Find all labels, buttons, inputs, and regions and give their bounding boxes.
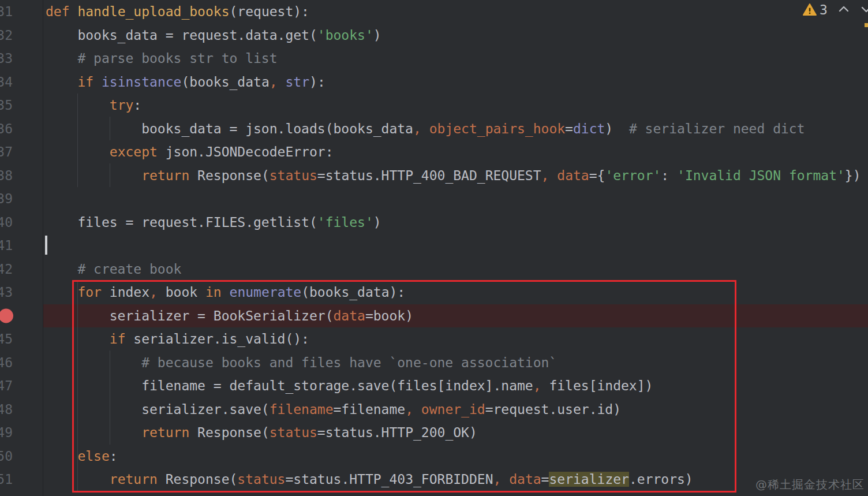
code-line[interactable]: 51 return Response(status=status.HTTP_40…	[0, 468, 868, 491]
code-line[interactable]: serializer = BookSerializer(data=book)	[0, 304, 868, 328]
code-text[interactable]: serializer = BookSerializer(data=book)	[43, 304, 868, 328]
code-token: str	[285, 74, 309, 89]
line-number[interactable]: 47	[0, 374, 13, 398]
code-token: (books_data	[181, 74, 269, 89]
chevron-down-icon[interactable]	[859, 2, 868, 17]
code-text[interactable]: try:	[43, 94, 868, 117]
gutter[interactable]: 31	[0, 0, 43, 24]
code-token	[549, 168, 557, 183]
line-number[interactable]: 32	[0, 24, 13, 47]
line-number[interactable]: 37	[0, 140, 13, 164]
gutter[interactable]: 34	[0, 70, 43, 94]
line-number[interactable]: 49	[0, 421, 13, 445]
code-line[interactable]: 45 if serializer.is_valid():	[0, 327, 868, 351]
line-number[interactable]: 50	[0, 445, 13, 468]
line-number[interactable]: 43	[0, 281, 13, 304]
gutter[interactable]: 37	[0, 140, 43, 164]
line-number[interactable]: 36	[0, 117, 13, 141]
code-text[interactable]: except json.JSONDecodeError:	[43, 140, 868, 164]
scrollbar-warning-mark[interactable]	[865, 23, 868, 27]
gutter[interactable]: 43	[0, 281, 43, 304]
code-text[interactable]: def handle_upload_books(request):	[43, 0, 868, 24]
gutter[interactable]: 35	[0, 94, 43, 117]
code-line[interactable]: 42 # create book	[0, 258, 868, 281]
gutter[interactable]: 41	[0, 234, 43, 258]
code-text[interactable]: return Response(status=status.HTTP_400_B…	[43, 164, 868, 188]
line-number[interactable]: 35	[0, 94, 13, 117]
code-line[interactable]: 36 books_data = json.loads(books_data, o…	[0, 117, 868, 141]
code-line[interactable]: 38 return Response(status=status.HTTP_40…	[0, 164, 868, 188]
gutter[interactable]: 40	[0, 211, 43, 234]
code-token	[46, 285, 77, 300]
code-line[interactable]: 47 filename = default_storage.save(files…	[0, 374, 868, 398]
gutter[interactable]: 32	[0, 24, 43, 47]
line-number[interactable]: 38	[0, 164, 13, 188]
code-text[interactable]	[43, 187, 868, 211]
line-number[interactable]: 41	[0, 234, 13, 258]
line-number[interactable]: 46	[0, 351, 13, 375]
inspections-widget[interactable]: 3	[802, 1, 828, 18]
indent-guide	[77, 94, 78, 187]
breakpoint-dot[interactable]	[0, 308, 13, 323]
code-token: # create book	[46, 262, 181, 277]
gutter[interactable]: 47	[0, 374, 43, 398]
code-text[interactable]: return Response(status=status.HTTP_403_F…	[43, 468, 868, 491]
code-line[interactable]: 37 except json.JSONDecodeError:	[0, 140, 868, 164]
gutter[interactable]: 38	[0, 164, 43, 188]
code-line[interactable]: 35 try:	[0, 94, 868, 117]
code-text[interactable]: files = request.FILES.getlist('files')	[43, 211, 868, 234]
code-line[interactable]: 39	[0, 187, 868, 211]
code-line[interactable]: 41	[0, 234, 868, 258]
code-line[interactable]: 31def handle_upload_books(request):	[0, 0, 868, 24]
code-line[interactable]: 46 # because books and files have `one-o…	[0, 351, 868, 375]
code-line[interactable]: 32 books_data = request.data.get('books'…	[0, 24, 868, 47]
chevron-up-icon[interactable]	[836, 2, 851, 17]
code-text[interactable]	[43, 234, 868, 258]
code-text[interactable]: books_data = json.loads(books_data, obje…	[43, 117, 868, 141]
code-text[interactable]: else:	[43, 445, 868, 468]
code-text[interactable]: filename = default_storage.save(files[in…	[43, 374, 868, 398]
line-number[interactable]: 48	[0, 398, 13, 422]
line-number[interactable]: 42	[0, 258, 13, 281]
code-token: status	[270, 425, 317, 440]
code-text[interactable]: books_data = request.data.get('books')	[43, 24, 868, 47]
gutter[interactable]	[0, 304, 43, 328]
code-text[interactable]: serializer.save(filename=filename, owner…	[43, 398, 868, 422]
line-number[interactable]: 45	[0, 327, 13, 351]
gutter[interactable]: 36	[0, 117, 43, 141]
code-token: ,	[149, 285, 158, 300]
gutter[interactable]: 46	[0, 351, 43, 375]
code-text[interactable]: # parse books str to list	[43, 47, 868, 70]
code-line[interactable]: 50 else:	[0, 445, 868, 468]
gutter[interactable]: 49	[0, 421, 43, 445]
code-line[interactable]: 34 if isinstance(books_data, str):	[0, 70, 868, 94]
code-text[interactable]: if serializer.is_valid():	[43, 327, 868, 351]
code-text[interactable]: for index, book in enumerate(books_data)…	[43, 281, 868, 304]
line-number[interactable]: 40	[0, 211, 13, 234]
gutter[interactable]: 50	[0, 445, 43, 468]
line-number[interactable]: 39	[0, 187, 13, 211]
gutter[interactable]: 39	[0, 187, 43, 211]
gutter[interactable]: 45	[0, 327, 43, 351]
code-text[interactable]: if isinstance(books_data, str):	[43, 70, 868, 94]
gutter[interactable]: 48	[0, 398, 43, 422]
code-text[interactable]: return Response(status=status.HTTP_200_O…	[43, 421, 868, 445]
code-line[interactable]: 43 for index, book in enumerate(books_da…	[0, 281, 868, 304]
code-line[interactable]: 33 # parse books str to list	[0, 47, 868, 70]
code-token: handle_upload_books	[77, 4, 229, 19]
line-number[interactable]: 31	[0, 0, 13, 24]
line-number[interactable]: 33	[0, 47, 13, 70]
code-line[interactable]: 40 files = request.FILES.getlist('files'…	[0, 211, 868, 234]
code-text[interactable]: # because books and files have `one-one …	[43, 351, 868, 375]
code-text[interactable]: # create book	[43, 258, 868, 281]
line-number[interactable]: 34	[0, 70, 13, 94]
gutter[interactable]: 33	[0, 47, 43, 70]
code-token	[46, 74, 77, 89]
gutter[interactable]: 51	[0, 468, 43, 491]
code-line[interactable]: 49 return Response(status=status.HTTP_20…	[0, 421, 868, 445]
gutter[interactable]: 42	[0, 258, 43, 281]
warning-icon	[802, 2, 817, 17]
line-number[interactable]: 51	[0, 468, 13, 491]
code-line[interactable]: 48 serializer.save(filename=filename, ow…	[0, 398, 868, 422]
code-area[interactable]: 31def handle_upload_books(request):32 bo…	[0, 0, 868, 491]
